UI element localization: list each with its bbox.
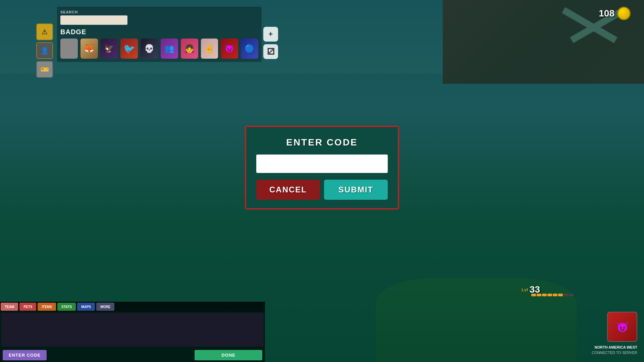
level-prefix: Lvl	[522, 287, 528, 292]
server-region: NORTH AMERICA WEST	[592, 345, 637, 350]
dice-button[interactable]: ⚂	[263, 44, 278, 59]
cancel-button[interactable]: CANCEL	[256, 180, 320, 200]
badge-label: BADGE	[60, 28, 258, 36]
code-input[interactable]	[256, 155, 388, 173]
badge-animal2[interactable]: 🦅	[101, 39, 118, 59]
xp-pip-1	[531, 294, 536, 296]
server-status: CONNECTED TO SERVER	[592, 350, 637, 355]
tab-more[interactable]: MORE	[96, 303, 114, 311]
xp-pip-3	[542, 294, 547, 296]
xp-pip-7	[564, 294, 568, 296]
sidebar-ticket-icon[interactable]: 🎫	[36, 61, 53, 78]
currency-amount: 108	[599, 8, 614, 19]
badge-animal1[interactable]: 🦊	[80, 39, 98, 59]
coin-icon	[617, 7, 631, 20]
tab-pets[interactable]: PETS	[19, 303, 36, 311]
bottom-panel: TEAM PETS ITEMS STATS MAPS MORE ENTER CO…	[0, 302, 265, 362]
xp-pip-4	[547, 294, 552, 296]
badge-row: 🦊 🦅 🐦 💀 👥 👧 ✌ 😈 🔵	[60, 39, 258, 59]
badge-dark[interactable]: 👥	[161, 39, 178, 59]
currency-display: 108	[599, 7, 631, 20]
badge-hand[interactable]: ✌	[201, 39, 218, 59]
xp-pip-2	[537, 294, 541, 296]
bottom-tab-bar: TEAM PETS ITEMS STATS MAPS MORE	[0, 302, 265, 312]
search-input-box[interactable]	[60, 15, 127, 25]
avatar-thumbnail: 😈	[607, 312, 637, 342]
enter-code-dialog: ENTER CODE CANCEL SUBMIT	[245, 126, 399, 209]
top-panel: SEARCH BADGE 🦊 🦅 🐦 💀 👥 👧 ✌ 😈 🔵	[57, 7, 262, 62]
submit-button[interactable]: SUBMIT	[324, 180, 388, 200]
xp-pip-5	[553, 294, 557, 296]
tab-items[interactable]: ITEMS	[38, 303, 56, 311]
tab-team[interactable]: TEAM	[1, 303, 18, 311]
tab-stats[interactable]: STATS	[57, 303, 76, 311]
badge-skull[interactable]: 💀	[141, 39, 158, 59]
enter-code-button[interactable]: ENTER CODE	[3, 350, 47, 360]
done-button[interactable]: DONE	[195, 350, 262, 360]
xp-bar	[531, 294, 574, 296]
dialog-title: ENTER CODE	[256, 137, 388, 148]
sidebar-alert-icon[interactable]: ⚠	[36, 23, 53, 40]
badge-anime[interactable]: 👧	[181, 39, 198, 59]
badge-blank[interactable]	[60, 39, 78, 59]
dialog-buttons: CANCEL SUBMIT	[256, 180, 388, 200]
sidebar-avatar-icon[interactable]: 👤	[36, 42, 53, 59]
xp-pip-8	[569, 294, 574, 296]
badge-blue[interactable]: 🔵	[241, 39, 258, 59]
map-controls: + ⚂	[263, 27, 278, 59]
server-info: NORTH AMERICA WEST CONNECTED TO SERVER	[592, 345, 637, 355]
zoom-in-button[interactable]: +	[263, 27, 278, 42]
bottom-actions: ENTER CODE DONE	[0, 348, 265, 362]
badge-mask[interactable]: 😈	[221, 39, 238, 59]
xp-pip-6	[558, 294, 563, 296]
search-label: SEARCH	[60, 10, 258, 14]
sidebar: ⚠ 👤 🎫	[36, 23, 53, 78]
badge-bird[interactable]: 🐦	[120, 39, 138, 59]
bottom-content	[1, 313, 264, 347]
tab-maps[interactable]: MAPS	[77, 303, 95, 311]
